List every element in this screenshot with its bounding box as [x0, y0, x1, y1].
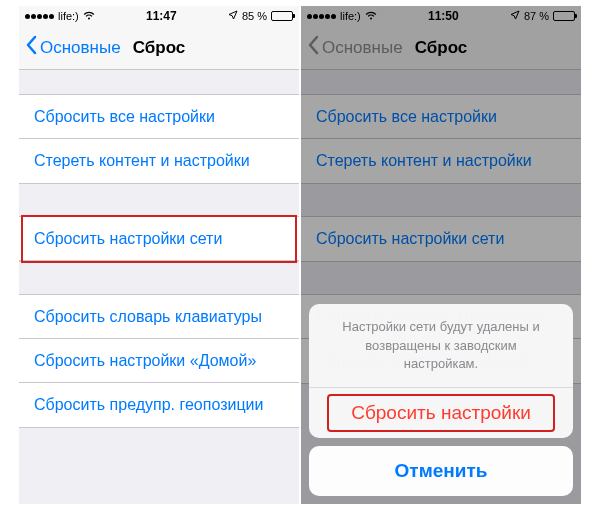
phone-left: life:) 11:47 85 % Основ — [19, 6, 299, 504]
action-sheet: Настройки сети будут удалены и возвращен… — [309, 304, 573, 496]
group-2: Сбросить настройки сети — [19, 216, 299, 262]
row-reset-location[interactable]: Сбросить предупр. геопозиции — [19, 383, 299, 427]
group-1: Сбросить все настройки Стереть контент и… — [19, 94, 299, 184]
nav-bar: Основные Сброс — [19, 26, 299, 70]
row-reset-all[interactable]: Сбросить все настройки — [19, 95, 299, 139]
sheet-destructive-button[interactable]: Сбросить настройки — [309, 388, 573, 438]
row-erase-all[interactable]: Стереть контент и настройки — [19, 139, 299, 183]
row-reset-network[interactable]: Сбросить настройки сети — [19, 217, 299, 261]
sheet-card: Настройки сети будут удалены и возвращен… — [309, 304, 573, 438]
list-content: Сбросить все настройки Стереть контент и… — [19, 70, 299, 428]
battery-pct: 85 % — [242, 10, 267, 22]
group-3: Сбросить словарь клавиатуры Сбросить нас… — [19, 294, 299, 428]
phones-wrapper: life:) 11:47 85 % Основ — [19, 6, 581, 504]
page-title: Сброс — [19, 38, 299, 58]
row-reset-keyboard[interactable]: Сбросить словарь клавиатуры — [19, 295, 299, 339]
sheet-message: Настройки сети будут удалены и возвращен… — [309, 304, 573, 388]
signal-dots-icon — [25, 14, 54, 19]
phone-right: life:) 11:50 87 % Основ — [301, 6, 581, 504]
row-reset-home[interactable]: Сбросить настройки «Домой» — [19, 339, 299, 383]
carrier-label: life:) — [58, 10, 79, 22]
status-time: 11:47 — [146, 9, 177, 23]
location-icon — [228, 10, 238, 22]
status-bar: life:) 11:47 85 % — [19, 6, 299, 26]
sheet-cancel-button[interactable]: Отменить — [309, 446, 573, 496]
wifi-icon — [83, 10, 95, 22]
battery-icon — [271, 11, 293, 21]
